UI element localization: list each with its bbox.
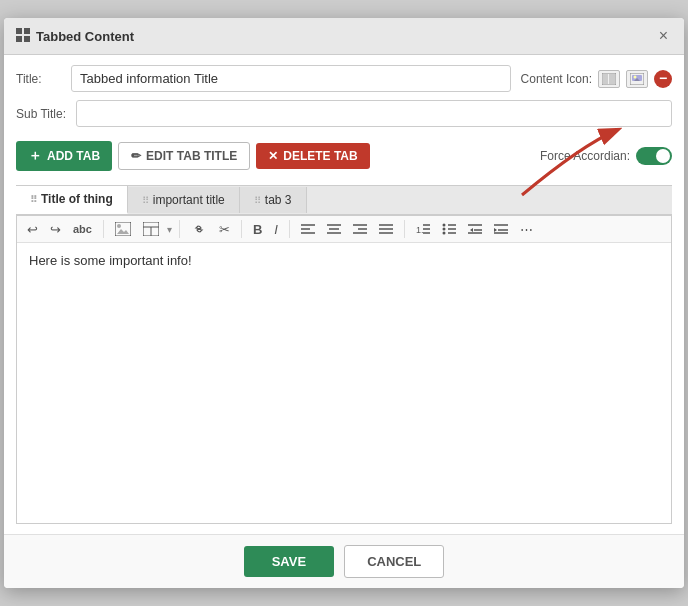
content-icon-image2-btn[interactable] — [626, 70, 648, 88]
title-label: Title: — [16, 72, 61, 86]
special-chars-button[interactable]: ✂ — [215, 221, 234, 238]
svg-point-36 — [442, 228, 445, 231]
svg-rect-2 — [16, 36, 22, 42]
svg-text:1.: 1. — [416, 225, 424, 235]
modal-container: Tabbed Content × Title: Content Icon: — [4, 18, 684, 588]
toolbar-separator — [289, 220, 290, 238]
svg-marker-46 — [494, 228, 497, 232]
modal-body: Title: Content Icon: — [4, 55, 684, 534]
align-left-button[interactable] — [297, 221, 319, 237]
tabs-bar: ⠿ Title of thing ⠿ important title ⠿ tab… — [16, 185, 672, 215]
source-button[interactable]: abc — [69, 222, 96, 237]
svg-rect-1 — [24, 28, 30, 34]
editor-toolbar: ↩ ↪ abc — [17, 216, 671, 243]
title-row: Title: Content Icon: — [16, 65, 672, 92]
toolbar-separator — [103, 220, 104, 238]
svg-point-37 — [442, 232, 445, 235]
modal-footer: SAVE CANCEL — [4, 534, 684, 588]
bold-button[interactable]: B — [249, 221, 266, 238]
svg-point-35 — [442, 224, 445, 227]
insert-image-button[interactable] — [111, 220, 135, 238]
tab-drag-icon: ⠿ — [254, 195, 261, 206]
force-accordian-section: Force Accordian: — [540, 147, 672, 165]
ordered-list-button[interactable]: 1. — [412, 221, 434, 237]
tab-toolbar: ＋ ADD TAB ✏ EDIT TAB TITLE ✕ DELETE TAB … — [16, 135, 672, 177]
outdent-button[interactable] — [464, 221, 486, 237]
toolbar-separator — [179, 220, 180, 238]
subtitle-input[interactable] — [76, 100, 672, 127]
subtitle-row: Sub Title: — [16, 100, 672, 127]
subtitle-label: Sub Title: — [16, 107, 66, 121]
indent-button[interactable] — [490, 221, 512, 237]
align-center-button[interactable] — [323, 221, 345, 237]
more-button[interactable]: ⋯ — [516, 221, 537, 238]
tab-item[interactable]: ⠿ tab 3 — [240, 187, 307, 213]
close-button[interactable]: × — [655, 26, 672, 46]
svg-rect-6 — [609, 74, 615, 84]
toolbar-separator — [241, 220, 242, 238]
add-tab-button[interactable]: ＋ ADD TAB — [16, 141, 112, 171]
editor-text: Here is some important info! — [29, 253, 659, 268]
delete-tab-button[interactable]: ✕ DELETE TAB — [256, 143, 369, 169]
pencil-icon: ✏ — [131, 149, 141, 163]
tab-item[interactable]: ⠿ important title — [128, 187, 240, 213]
tab-item[interactable]: ⠿ Title of thing — [16, 186, 128, 214]
justify-button[interactable] — [375, 221, 397, 237]
italic-button[interactable]: I — [270, 221, 282, 238]
content-icon-minus-btn[interactable]: − — [654, 70, 672, 88]
circle-x-icon: ✕ — [268, 149, 278, 163]
edit-tab-title-button[interactable]: ✏ EDIT TAB TITLE — [118, 142, 250, 170]
redo-button[interactable]: ↪ — [46, 221, 65, 238]
undo-button[interactable]: ↩ — [23, 221, 42, 238]
table-dropdown-arrow[interactable]: ▾ — [167, 224, 172, 235]
svg-point-10 — [634, 75, 637, 78]
svg-marker-13 — [117, 229, 129, 234]
svg-rect-0 — [16, 28, 22, 34]
force-accordian-label: Force Accordian: — [540, 149, 630, 163]
svg-point-14 — [117, 224, 121, 228]
svg-rect-5 — [603, 74, 608, 84]
grid-icon — [16, 28, 30, 45]
content-icon-label: Content Icon: — [521, 72, 592, 86]
editor-content-area[interactable]: Here is some important info! — [17, 243, 671, 523]
content-icon-section: Content Icon: — [521, 70, 672, 88]
tab-drag-icon: ⠿ — [142, 195, 149, 206]
cancel-button[interactable]: CANCEL — [344, 545, 444, 578]
title-input[interactable] — [71, 65, 511, 92]
editor-container: ⠿ Title of thing ⠿ important title ⠿ tab… — [16, 185, 672, 524]
plus-icon: ＋ — [28, 147, 42, 165]
insert-link-button[interactable] — [187, 220, 211, 238]
insert-table-button[interactable] — [139, 220, 163, 238]
save-button[interactable]: SAVE — [244, 546, 334, 577]
editor-wrapper: ↩ ↪ abc — [16, 215, 672, 524]
modal-header: Tabbed Content × — [4, 18, 684, 55]
align-right-button[interactable] — [349, 221, 371, 237]
svg-marker-42 — [470, 228, 473, 232]
svg-rect-3 — [24, 36, 30, 42]
unordered-list-button[interactable] — [438, 221, 460, 237]
modal-title: Tabbed Content — [16, 28, 134, 45]
tab-drag-icon: ⠿ — [30, 194, 37, 205]
toolbar-separator — [404, 220, 405, 238]
force-accordian-toggle[interactable] — [636, 147, 672, 165]
content-icon-image-btn[interactable] — [598, 70, 620, 88]
